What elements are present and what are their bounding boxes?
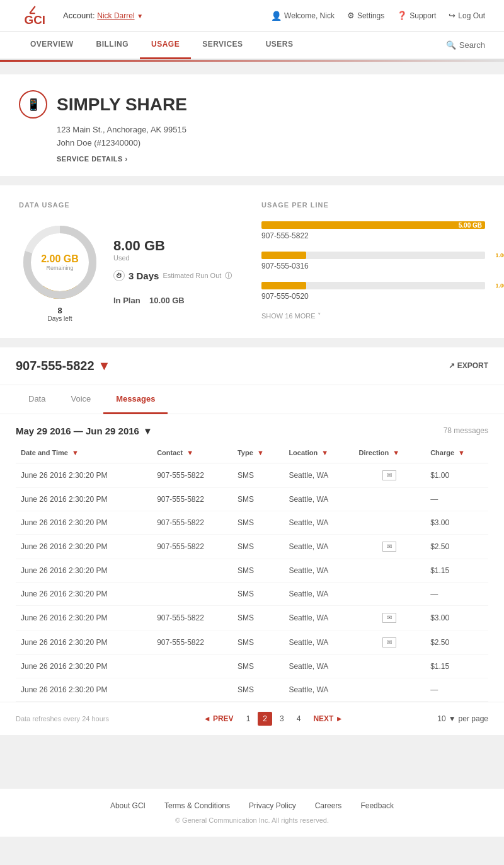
used-stat: 8.00 GB Used — [113, 238, 232, 262]
info-icon[interactable]: ⓘ — [225, 271, 232, 281]
donut-chart: 2.00 GB Remaining — [19, 221, 101, 303]
next-button[interactable]: NEXT ► — [308, 712, 348, 726]
line-bar-bg-1: 5.00 GB — [261, 221, 485, 229]
donut-area: 2.00 GB Remaining 8 Days left 8.00 GB Us… — [19, 221, 243, 322]
line-bar-fill-2: 1.00 GB — [261, 252, 306, 259]
usage-line-2: 1.00 GB 907-555-0316 — [261, 252, 485, 270]
messages-table: Date and Time ▼ Contact ▼ Type ▼ Locatio… — [16, 443, 488, 702]
col-charge[interactable]: Charge ▼ — [425, 443, 488, 463]
show-more-link[interactable]: SHOW 16 MORE ˅ — [261, 312, 485, 320]
footer-links: About GCI Terms & Conditions Privacy Pol… — [0, 801, 504, 810]
per-page-label: per page — [459, 714, 488, 723]
footer: About GCI Terms & Conditions Privacy Pol… — [0, 789, 504, 837]
logout-link[interactable]: ↪ Log Out — [449, 11, 485, 20]
line-bar-label-3: 1.00 GB — [495, 282, 504, 289]
cell-charge-8: $1.15 — [425, 654, 488, 678]
cell-type-3: SMS — [232, 534, 284, 559]
per-page-selector[interactable]: 10 ▼ per page — [437, 714, 488, 723]
cell-type-5: SMS — [232, 582, 284, 605]
cell-charge-3: $2.50 — [425, 534, 488, 559]
donut-center: 2.00 GB Remaining — [41, 253, 79, 271]
table-row: June 26 2016 2:30:20 PM SMS Seattle, WA … — [16, 654, 488, 678]
days-stat: ⏱ 3 Days Estimated Run Out ⓘ — [113, 270, 232, 281]
cell-location-2: Seattle, WA — [284, 511, 353, 534]
table-row: June 26 2016 2:30:20 PM SMS Seattle, WA … — [16, 582, 488, 605]
prev-button[interactable]: ◄ PREV — [198, 712, 239, 726]
tab-data[interactable]: Data — [16, 385, 58, 414]
export-label: EXPORT — [457, 361, 488, 370]
page-3[interactable]: 3 — [275, 712, 289, 726]
cell-type-1: SMS — [232, 487, 284, 511]
footer-terms[interactable]: Terms & Conditions — [164, 801, 230, 810]
cell-direction-6: ✉ — [354, 605, 426, 630]
support-link[interactable]: ❓ Support — [397, 11, 436, 20]
page-2[interactable]: 2 — [258, 712, 272, 726]
table-row: June 26 2016 2:30:20 PM 907-555-5822 SMS… — [16, 511, 488, 534]
pagination: ◄ PREV 1 2 3 4 NEXT ► — [198, 712, 348, 726]
account-dropdown-arrow[interactable]: ▼ — [137, 13, 143, 20]
footer-about[interactable]: About GCI — [110, 801, 146, 810]
cell-location-9: Seattle, WA — [284, 678, 353, 701]
in-plan-label: In Plan — [113, 296, 140, 305]
cell-location-7: Seattle, WA — [284, 630, 353, 654]
page-4[interactable]: 4 — [292, 712, 306, 726]
cell-contact-9 — [152, 678, 232, 701]
account-name-link[interactable]: Nick Darrel — [97, 11, 134, 20]
cell-date-0: June 26 2016 2:30:20 PM — [16, 463, 152, 487]
estimated-run-out-label: Estimated Run Out — [163, 272, 221, 279]
direction-icon: ✉ — [382, 470, 396, 480]
nav-billing[interactable]: BILLING — [84, 31, 140, 59]
line-bar-bg-2: 1.00 GB — [261, 252, 485, 259]
col-type[interactable]: Type ▼ — [232, 443, 284, 463]
settings-link[interactable]: ⚙ Settings — [347, 11, 384, 20]
table-wrapper: Date and Time ▼ Contact ▼ Type ▼ Locatio… — [0, 443, 504, 702]
search-area[interactable]: 🔍 Search — [446, 40, 485, 50]
cell-type-2: SMS — [232, 511, 284, 534]
nav-overview[interactable]: OVERVIEW — [19, 31, 84, 59]
cell-type-7: SMS — [232, 630, 284, 654]
service-title: SIMPLY SHARE — [57, 95, 187, 115]
cell-contact-8 — [152, 654, 232, 678]
date-range-selector[interactable]: May 29 2016 — Jun 29 2016 ▼ — [16, 426, 152, 436]
tab-voice[interactable]: Voice — [58, 385, 103, 414]
service-details-link[interactable]: SERVICE DETAILS › — [57, 155, 128, 163]
col-location[interactable]: Location ▼ — [284, 443, 353, 463]
cell-location-1: Seattle, WA — [284, 487, 353, 511]
cell-location-6: Seattle, WA — [284, 605, 353, 630]
cell-date-5: June 26 2016 2:30:20 PM — [16, 582, 152, 605]
days-value: 3 Days — [129, 270, 159, 281]
line-bar-fill-3: 1.00 GB — [261, 282, 306, 289]
nav-usage[interactable]: USAGE — [140, 31, 191, 59]
col-contact[interactable]: Contact ▼ — [152, 443, 232, 463]
export-button[interactable]: ↗ EXPORT — [449, 361, 488, 370]
footer-careers[interactable]: Careers — [315, 801, 342, 810]
phone-number-text: 907-555-5822 — [16, 359, 94, 373]
cell-type-9: SMS — [232, 678, 284, 701]
phone-dropdown-arrow: ▼ — [98, 359, 111, 373]
usage-stats: 8.00 GB Used ⏱ 3 Days Estimated Run Out … — [113, 238, 232, 305]
export-icon: ↗ — [449, 361, 455, 370]
svg-text:GCI: GCI — [25, 13, 46, 26]
usage-line-1: 5.00 GB 907-555-5822 — [261, 221, 485, 240]
phone-number-dropdown[interactable]: 907-555-5822 ▼ — [16, 359, 110, 373]
cell-contact-3: 907-555-5822 — [152, 534, 232, 559]
per-page-value: 10 — [437, 714, 445, 723]
table-row: June 26 2016 2:30:20 PM 907-555-5822 SMS… — [16, 463, 488, 487]
cell-contact-7: 907-555-5822 — [152, 630, 232, 654]
table-row: June 26 2016 2:30:20 PM 907-555-5822 SMS… — [16, 630, 488, 654]
col-direction[interactable]: Direction ▼ — [354, 443, 426, 463]
page-1[interactable]: 1 — [241, 712, 256, 726]
phone-header: 907-555-5822 ▼ ↗ EXPORT — [0, 347, 504, 385]
service-icon: 📱 — [19, 90, 47, 119]
footer-privacy[interactable]: Privacy Policy — [249, 801, 296, 810]
col-date-time[interactable]: Date and Time ▼ — [16, 443, 152, 463]
tab-messages[interactable]: Messages — [103, 385, 168, 414]
cell-direction-3: ✉ — [354, 534, 426, 559]
cell-charge-7: $2.50 — [425, 630, 488, 654]
days-left-label: Days left — [48, 315, 72, 322]
cell-charge-2: $3.00 — [425, 511, 488, 534]
nav-users[interactable]: USERS — [255, 31, 305, 59]
line-bar-bg-3: 1.00 GB — [261, 282, 485, 289]
footer-feedback[interactable]: Feedback — [360, 801, 394, 810]
nav-services[interactable]: SERVICES — [191, 31, 254, 59]
